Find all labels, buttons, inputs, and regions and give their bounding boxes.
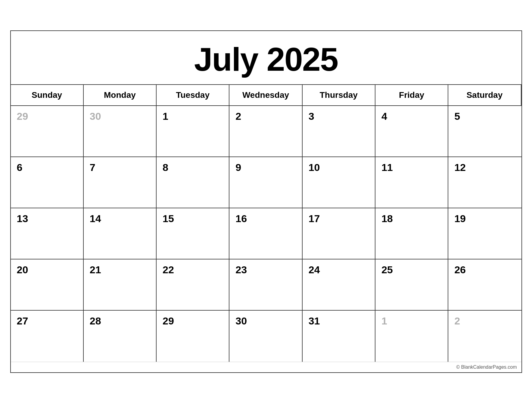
day-cell: 2 [229, 106, 302, 157]
day-cell: 11 [375, 157, 448, 208]
day-cell: 14 [84, 208, 157, 259]
day-cell: 21 [84, 259, 157, 311]
day-cell: 17 [303, 208, 375, 259]
day-header-friday: Friday [375, 85, 448, 106]
day-cell: 27 [11, 311, 84, 362]
day-header-monday: Monday [84, 85, 157, 106]
day-cell: 26 [448, 259, 521, 311]
day-header-sunday: Sunday [11, 85, 84, 106]
day-cell: 16 [229, 208, 302, 259]
day-header-tuesday: Tuesday [157, 85, 229, 106]
calendar-title: July 2025 [11, 31, 521, 85]
day-cell: 19 [448, 208, 521, 259]
calendar: July 2025 Sunday Monday Tuesday Wednesda… [10, 30, 522, 373]
day-cell: 8 [157, 157, 229, 208]
day-cell: 29 [11, 106, 84, 157]
day-cell: 31 [303, 311, 375, 362]
calendar-grid: Sunday Monday Tuesday Wednesday Thursday… [11, 85, 521, 362]
day-cell: 4 [375, 106, 448, 157]
day-cell: 18 [375, 208, 448, 259]
day-cell: 22 [157, 259, 229, 311]
day-cell: 28 [84, 311, 157, 362]
day-cell: 20 [11, 259, 84, 311]
day-cell: 6 [11, 157, 84, 208]
watermark: © BlankCalendarPages.com [11, 362, 521, 372]
day-header-wednesday: Wednesday [229, 85, 302, 106]
day-cell: 2 [448, 311, 521, 362]
day-cell: 1 [375, 311, 448, 362]
day-header-thursday: Thursday [303, 85, 375, 106]
day-cell: 29 [157, 311, 229, 362]
day-cell: 9 [229, 157, 302, 208]
day-cell: 30 [84, 106, 157, 157]
day-cell: 12 [448, 157, 521, 208]
day-cell: 3 [303, 106, 375, 157]
day-cell: 5 [448, 106, 521, 157]
day-cell: 7 [84, 157, 157, 208]
day-cell: 25 [375, 259, 448, 311]
day-cell: 1 [157, 106, 229, 157]
day-cell: 23 [229, 259, 302, 311]
day-header-saturday: Saturday [448, 85, 521, 106]
day-cell: 15 [157, 208, 229, 259]
day-cell: 30 [229, 311, 302, 362]
day-cell: 10 [303, 157, 375, 208]
day-cell: 24 [303, 259, 375, 311]
day-cell: 13 [11, 208, 84, 259]
